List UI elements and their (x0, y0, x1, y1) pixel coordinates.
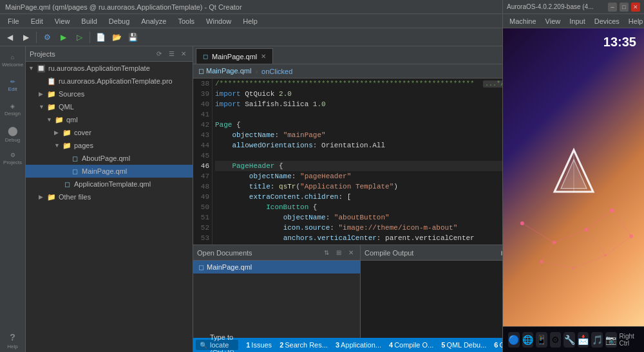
aurora-menu-devices[interactable]: Devices (591, 16, 623, 26)
open-docs-close[interactable]: ✕ (346, 248, 356, 258)
svg-line-11 (522, 223, 554, 243)
menu-file[interactable]: File (3, 16, 24, 26)
arrow-sources: ▶ (39, 91, 46, 97)
panel-header-controls: ⟳ ☰ ✕ (154, 49, 189, 59)
open-docs-list: ◻ MainPage.qml (193, 261, 360, 338)
aurora-taskbar: 🔵 🌐 📱 ⚙ 🔧 📩 🎵 📷 Right Ctrl (503, 326, 644, 352)
tree-root[interactable]: ▼ 🔲 ru.auroraos.ApplicationTemplate (26, 62, 193, 75)
panel-filter-icon[interactable]: ☰ (166, 49, 176, 59)
toolbar-debug-run[interactable]: ▷ (72, 30, 86, 44)
sidebar-projects[interactable]: ⚙ Projects (1, 147, 24, 170)
toolbar-new[interactable]: 📄 (93, 30, 108, 44)
tree-qml-label: QML (59, 103, 74, 111)
tree-other[interactable]: ▶ 📁 Other files (26, 190, 193, 203)
status-app[interactable]: 3 Application... (332, 338, 385, 352)
tree-pages[interactable]: ▼ 📁 pages (26, 139, 193, 152)
aurora-menu-input[interactable]: Input (565, 16, 589, 26)
menu-debug[interactable]: Debug (104, 16, 135, 26)
tab-mainpage-label: MainPage.qml (212, 53, 257, 60)
menu-view[interactable]: View (50, 16, 75, 26)
open-doc-icon: ◻ (198, 263, 204, 272)
editor-header-function[interactable]: onClicked (261, 68, 292, 75)
open-docs-panel: Open Documents ⇅ ⊞ ✕ ◻ MainPa (193, 245, 361, 338)
svg-point-4 (553, 241, 556, 245)
svg-point-9 (604, 254, 607, 257)
project-panel-header: Projects ⟳ ☰ ✕ (26, 46, 193, 62)
status-qml[interactable]: 5 QML Debu... (437, 338, 490, 352)
toolbar-sep1 (36, 32, 37, 43)
qmldir-icon: 📁 (54, 116, 64, 124)
arrow-qmldir: ▼ (46, 116, 54, 123)
line-numbers: 38 39 40 41 42 43 44 45 46 47 48 49 50 5… (193, 79, 213, 245)
aurora-close[interactable]: ✕ (631, 3, 640, 12)
search-locate-box[interactable]: 🔍 Type to locate (Ctrl+K) (196, 340, 238, 350)
help-icon: ? (10, 332, 15, 342)
status-search[interactable]: 2 Search Res... (276, 338, 332, 352)
aurora-maximize[interactable]: □ (620, 3, 629, 12)
tree-aboutpage-label: AboutPage.qml (82, 154, 130, 162)
status-general-num: 6 (494, 341, 498, 349)
status-compile[interactable]: 4 Compile O... (385, 338, 437, 352)
aurora-task-icon-4[interactable]: ⚙ (550, 332, 562, 347)
toolbar-build[interactable]: ⚙ (40, 30, 54, 44)
toolbar-forward[interactable]: ▶ (19, 30, 33, 44)
sidebar-welcome[interactable]: ⌂ Welcome (1, 49, 24, 72)
open-docs-sort[interactable]: ⇅ (321, 248, 332, 258)
toolbar-run[interactable]: ▶ (56, 30, 70, 44)
menu-build[interactable]: Build (76, 16, 102, 26)
tree-sources[interactable]: ▶ 📁 Sources (26, 88, 193, 100)
aurora-task-icon-1[interactable]: 🔵 (508, 332, 520, 347)
toolbar-save[interactable]: 💾 (126, 30, 140, 44)
sidebar-debug[interactable]: ⬤ Debug (1, 122, 24, 145)
tab-mainpage[interactable]: ◻ MainPage.qml ✕ (196, 48, 273, 64)
sources-folder-icon: 📁 (46, 90, 57, 98)
status-compile-num: 4 (389, 341, 393, 349)
tree-cover[interactable]: ▶ 📁 cover (26, 126, 193, 139)
menu-help[interactable]: Help (238, 16, 263, 26)
aurora-task-icon-6[interactable]: 📩 (578, 332, 589, 347)
status-app-num: 3 (336, 341, 339, 349)
other-folder-icon: 📁 (46, 193, 57, 201)
open-doc-mainpage[interactable]: ◻ MainPage.qml (193, 261, 360, 273)
menu-window[interactable]: Window (201, 16, 236, 26)
sidebar-edit[interactable]: ✏ Edit (1, 73, 24, 97)
search-locate-label: Type to locate (Ctrl+K) (210, 333, 234, 352)
status-search-num: 2 (279, 341, 283, 349)
aurora-menu-help[interactable]: Help (625, 16, 644, 26)
svg-point-6 (610, 208, 614, 212)
tree-pro-file[interactable]: 📋 ru.auroraos.ApplicationTemplate.pro (26, 75, 193, 88)
status-issues[interactable]: 1 Issues (242, 338, 276, 352)
status-app-label: Application... (341, 341, 381, 349)
aurora-task-icon-7[interactable]: 🎵 (591, 332, 603, 347)
menu-tools[interactable]: Tools (173, 16, 200, 26)
aurora-menu-bar: Machine View Input Devices Help (503, 14, 644, 28)
aurora-menu-view[interactable]: View (542, 16, 565, 26)
open-docs-expand[interactable]: ⊞ (334, 248, 344, 258)
open-docs-title: Open Documents (197, 249, 252, 257)
menu-analyze[interactable]: Analyze (136, 16, 171, 26)
tree-mainpage[interactable]: ◻ MainPage.qml (26, 165, 193, 178)
aurora-minimize[interactable]: – (608, 3, 617, 12)
svg-line-12 (554, 230, 587, 243)
tree-sources-label: Sources (59, 90, 84, 98)
tab-mainpage-icon: ◻ (203, 53, 208, 60)
aurora-task-icon-3[interactable]: 📱 (536, 332, 547, 347)
aurora-menu-machine[interactable]: Machine (506, 16, 540, 26)
panel-sync-icon[interactable]: ⟳ (154, 49, 164, 59)
panel-close-icon[interactable]: ✕ (178, 49, 189, 59)
svg-point-3 (520, 221, 524, 225)
tree-qml-dir[interactable]: ▼ 📁 qml (26, 113, 193, 126)
tab-mainpage-close[interactable]: ✕ (261, 53, 266, 60)
aurora-task-icon-5[interactable]: 🔧 (564, 332, 575, 347)
tree-apptemplate[interactable]: ◻ ApplicationTemplate.qml (26, 178, 193, 190)
welcome-icon: ⌂ (11, 54, 14, 60)
toolbar-open[interactable]: 📂 (109, 30, 124, 44)
toolbar-back[interactable]: ◀ (3, 30, 17, 44)
sidebar-design[interactable]: ◈ Design (1, 98, 24, 121)
sidebar-help[interactable]: ? Help (1, 329, 24, 352)
aurora-task-icon-2[interactable]: 🌐 (522, 332, 534, 347)
tree-qml[interactable]: ▼ 📁 QML (26, 100, 193, 113)
aurora-task-icon-8[interactable]: 📷 (605, 332, 617, 347)
tree-aboutpage[interactable]: ◻ AboutPage.qml (26, 152, 193, 165)
menu-edit[interactable]: Edit (26, 16, 48, 26)
